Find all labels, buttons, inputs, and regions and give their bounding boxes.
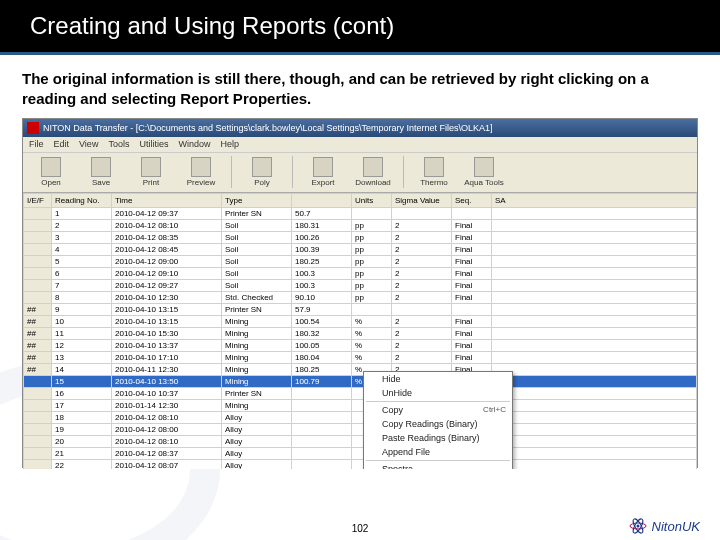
cell[interactable]: % [352, 327, 392, 339]
cell[interactable]: Printer SN [222, 303, 292, 315]
cell[interactable]: 2 [392, 231, 452, 243]
cell[interactable]: 100.54 [292, 315, 352, 327]
cell[interactable]: Mining [222, 375, 292, 387]
cell[interactable]: 2010-04-10 17:10 [112, 351, 222, 363]
cell[interactable]: 11 [52, 327, 112, 339]
toolbar-open[interactable]: Open [29, 157, 73, 187]
cell[interactable]: 17 [52, 399, 112, 411]
cell[interactable] [492, 447, 697, 459]
cell[interactable]: ## [24, 363, 52, 375]
table-row[interactable]: ##112010-04-10 15:30Mining180.32%2Final [24, 327, 697, 339]
table-row[interactable]: 172010-01-14 12:30Mining [24, 399, 697, 411]
cell[interactable]: 2010-04-12 08:10 [112, 219, 222, 231]
cell[interactable]: 2010-04-12 09:00 [112, 255, 222, 267]
cell[interactable]: 100.79 [292, 375, 352, 387]
cell[interactable]: 2010-04-12 08:10 [112, 435, 222, 447]
cell[interactable]: 1 [52, 207, 112, 219]
cell[interactable] [492, 255, 697, 267]
window-titlebar[interactable]: NITON Data Transfer - [C:\Documents and … [23, 119, 697, 137]
cell[interactable]: 4 [52, 243, 112, 255]
cell[interactable]: 2010-04-12 08:37 [112, 447, 222, 459]
cell[interactable]: 14 [52, 363, 112, 375]
cell[interactable]: pp [352, 219, 392, 231]
cell[interactable] [492, 363, 697, 375]
cell[interactable]: 2 [392, 339, 452, 351]
cell[interactable]: 2010-04-12 09:10 [112, 267, 222, 279]
cell[interactable] [24, 231, 52, 243]
cell[interactable]: Final [452, 339, 492, 351]
cell[interactable] [452, 207, 492, 219]
cell[interactable]: 6 [52, 267, 112, 279]
table-row[interactable]: 202010-04-12 08:10Alloy [24, 435, 697, 447]
cell[interactable] [492, 351, 697, 363]
cell[interactable]: 2010-04-12 09:37 [112, 207, 222, 219]
table-row[interactable]: 52010-04-12 09:00Soil180.25pp2Final [24, 255, 697, 267]
cell[interactable]: 2 [392, 219, 452, 231]
cell[interactable]: Final [452, 255, 492, 267]
menu-window[interactable]: Window [178, 139, 210, 149]
cell[interactable]: Final [452, 231, 492, 243]
cell[interactable]: 2010-04-11 12:30 [112, 363, 222, 375]
table-row[interactable]: 182010-04-12 08:10Alloy [24, 411, 697, 423]
context-menu-item[interactable]: CopyCtrl+C [364, 403, 512, 417]
cell[interactable]: 18 [52, 411, 112, 423]
cell[interactable] [492, 339, 697, 351]
cell[interactable]: pp [352, 243, 392, 255]
cell[interactable] [392, 207, 452, 219]
cell[interactable] [492, 279, 697, 291]
cell[interactable]: Soil [222, 219, 292, 231]
table-row[interactable]: ##102010-04-10 13:15Mining100.54%2Final [24, 315, 697, 327]
readings-table[interactable]: I/E/FReading No.TimeTypeUnitsSigma Value… [23, 193, 697, 469]
cell[interactable]: Soil [222, 279, 292, 291]
table-row[interactable]: ##142010-04-11 12:30Mining180.25%2Final [24, 363, 697, 375]
cell[interactable]: Alloy [222, 435, 292, 447]
cell[interactable]: % [352, 351, 392, 363]
cell[interactable] [492, 243, 697, 255]
cell[interactable]: 100.3 [292, 267, 352, 279]
col-header[interactable]: Units [352, 193, 392, 207]
table-row[interactable]: 162010-04-10 10:37Printer SN [24, 387, 697, 399]
cell[interactable]: Final [452, 315, 492, 327]
cell[interactable]: 180.31 [292, 219, 352, 231]
cell[interactable]: 13 [52, 351, 112, 363]
cell[interactable]: Alloy [222, 459, 292, 469]
cell[interactable]: Soil [222, 243, 292, 255]
cell[interactable] [492, 435, 697, 447]
context-menu-item[interactable]: Hide [364, 372, 512, 386]
cell[interactable]: 2010-04-10 13:37 [112, 339, 222, 351]
cell[interactable]: 2 [392, 243, 452, 255]
menu-help[interactable]: Help [220, 139, 239, 149]
cell[interactable] [492, 303, 697, 315]
cell[interactable]: 100.3 [292, 279, 352, 291]
cell[interactable]: 2 [392, 327, 452, 339]
col-header[interactable]: Sigma Value [392, 193, 452, 207]
context-menu-item[interactable]: Append File [364, 445, 512, 459]
cell[interactable] [24, 207, 52, 219]
cell[interactable]: Alloy [222, 447, 292, 459]
cell[interactable]: 2010-04-10 13:50 [112, 375, 222, 387]
cell[interactable]: 90.10 [292, 291, 352, 303]
cell[interactable] [292, 447, 352, 459]
cell[interactable]: 2010-04-10 10:37 [112, 387, 222, 399]
menu-utilities[interactable]: Utilities [139, 139, 168, 149]
cell[interactable]: ## [24, 339, 52, 351]
cell[interactable] [24, 423, 52, 435]
cell[interactable]: 100.39 [292, 243, 352, 255]
cell[interactable]: 2010-04-10 15:30 [112, 327, 222, 339]
cell[interactable]: pp [352, 267, 392, 279]
cell[interactable] [24, 399, 52, 411]
cell[interactable]: Mining [222, 327, 292, 339]
col-header[interactable]: Type [222, 193, 292, 207]
cell[interactable]: 7 [52, 279, 112, 291]
cell[interactable] [492, 399, 697, 411]
cell[interactable]: Final [452, 219, 492, 231]
cell[interactable]: 2010-01-14 12:30 [112, 399, 222, 411]
toolbar-poly[interactable]: Poly [240, 157, 284, 187]
table-row[interactable]: 212010-04-12 08:37Alloy [24, 447, 697, 459]
table-row[interactable]: 192010-04-12 08:00Alloy [24, 423, 697, 435]
cell[interactable] [24, 219, 52, 231]
cell[interactable] [24, 459, 52, 469]
cell[interactable] [492, 315, 697, 327]
cell[interactable]: 2 [52, 219, 112, 231]
cell[interactable]: 2010-04-12 09:27 [112, 279, 222, 291]
